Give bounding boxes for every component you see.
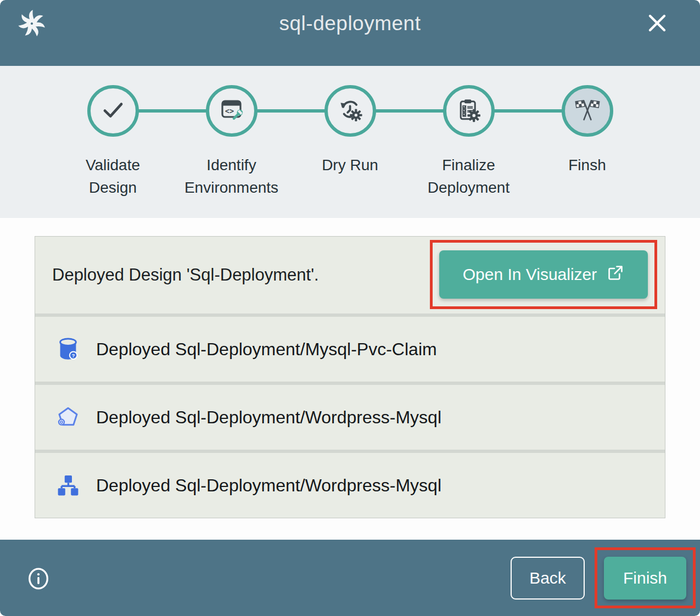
step-label: Dry Run — [322, 154, 378, 177]
info-icon[interactable] — [27, 567, 50, 590]
modal-footer: Back Finish — [0, 540, 700, 616]
step-circle-finish — [562, 85, 613, 137]
dry-run-icon — [337, 97, 363, 125]
modal-title: sql-deployment — [0, 12, 700, 35]
hierarchy-icon — [55, 472, 81, 499]
close-icon[interactable] — [645, 10, 670, 36]
clipboard-gear-icon — [456, 97, 482, 125]
back-button[interactable]: Back — [511, 557, 585, 600]
annotation-open-in-visualizer: Open In Visualizer — [430, 240, 657, 309]
checkered-flags-icon — [574, 97, 601, 125]
deployment-wizard-modal: sql-deployment Validate Design — [0, 0, 700, 616]
database-icon: ? — [55, 336, 81, 362]
result-row-text: Deployed Sql-Deployment/Wordpress-Mysql — [96, 407, 441, 428]
annotation-finish: Finish — [595, 547, 696, 608]
step-circle-identify: <> — [206, 85, 257, 137]
step-label: Identify Environments — [183, 154, 281, 199]
step-label: Finsh — [568, 154, 606, 177]
pentagon-icon — [55, 404, 81, 430]
step-identify-environments: <> Identify Environments — [172, 85, 291, 199]
status-row: Deployed Design 'Sql-Deployment'. Open I… — [35, 237, 665, 313]
open-in-visualizer-button[interactable]: Open In Visualizer — [439, 250, 648, 299]
result-row-text: Deployed Sql-Deployment/Wordpress-Mysql — [96, 475, 441, 496]
step-label: Validate Design — [64, 154, 162, 199]
step-circle-finalize — [443, 85, 495, 137]
step-validate-design: Validate Design — [54, 85, 172, 199]
step-finalize-deployment: Finalize Deployment — [410, 85, 528, 199]
result-row-mysql-pvc-claim: ? Deployed Sql-Deployment/Mysql-Pvc-Clai… — [35, 317, 665, 382]
result-row-wordpress-mysql-deployment: Deployed Sql-Deployment/Wordpress-Mysql — [35, 453, 665, 518]
deployment-results: Deployed Design 'Sql-Deployment'. Open I… — [0, 218, 700, 540]
step-circle-validate — [87, 85, 139, 137]
step-dry-run: Dry Run — [291, 85, 410, 199]
results-list: Deployed Design 'Sql-Deployment'. Open I… — [35, 236, 665, 518]
code-config-icon: <> — [219, 97, 245, 125]
finish-button[interactable]: Finish — [604, 557, 686, 600]
deployment-stepper: Validate Design <> — [0, 66, 700, 218]
result-row-wordpress-mysql-service: Deployed Sql-Deployment/Wordpress-Mysql — [35, 385, 665, 450]
svg-text:?: ? — [72, 353, 75, 359]
step-circle-dry-run — [324, 85, 376, 137]
step-finish: Finsh — [528, 85, 647, 199]
result-row-text: Deployed Sql-Deployment/Mysql-Pvc-Claim — [96, 339, 437, 360]
external-link-icon — [607, 264, 624, 285]
check-icon — [100, 97, 126, 125]
modal-header: sql-deployment — [0, 0, 700, 66]
step-label: Finalize Deployment — [420, 154, 518, 199]
svg-text:<>: <> — [225, 107, 233, 115]
open-in-visualizer-label: Open In Visualizer — [463, 265, 597, 284]
deployment-status-message: Deployed Design 'Sql-Deployment'. — [52, 265, 319, 285]
